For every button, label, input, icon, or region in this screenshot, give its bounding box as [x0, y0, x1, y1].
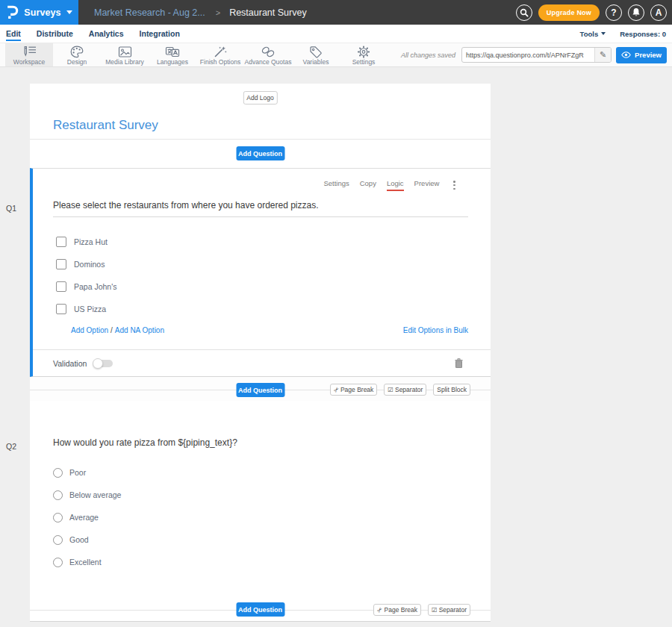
toolbar-design-button[interactable]: Design	[53, 43, 101, 66]
q1-option-1-checkbox[interactable]	[56, 237, 66, 247]
q2-option-row: Below average	[53, 484, 468, 506]
survey-title[interactable]: Restaurant Survey	[53, 118, 158, 133]
q1-validation-row: Validation	[33, 349, 491, 376]
add-question-button-top[interactable]: Add Question	[236, 146, 284, 160]
chevron-down-icon	[601, 32, 606, 35]
account-avatar[interactable]: A	[650, 4, 667, 21]
q2-option-5-radio[interactable]	[53, 558, 63, 567]
q2-option-3-radio[interactable]	[53, 513, 63, 522]
validation-toggle[interactable]	[93, 360, 113, 367]
toolbar-workspace-button[interactable]: Workspace	[5, 43, 53, 66]
q1-action-logic[interactable]: Logic	[387, 179, 404, 191]
upgrade-now-button[interactable]: Upgrade Now	[538, 4, 600, 21]
separator-button[interactable]: ☑Separator	[428, 604, 470, 616]
q1-option-1-label[interactable]: Pizza Hut	[74, 237, 108, 246]
toolbar-right: All changes saved ✎ Preview	[401, 43, 672, 66]
chevron-down-icon	[66, 10, 72, 14]
add-question-strip-bottom: Add Question ✂Page Break ☑Separator	[30, 597, 491, 621]
toolbar-media-library-button[interactable]: Media Library	[101, 43, 149, 66]
separator-label: Separator	[395, 386, 423, 393]
add-logo-button[interactable]: Add Logo	[243, 91, 277, 104]
validation-label: Validation	[53, 359, 87, 368]
question-block-q2[interactable]: How would you rate pizza from ${piping_t…	[30, 401, 491, 622]
delete-question-button[interactable]	[455, 358, 463, 368]
page-break-label: Page Break	[340, 386, 373, 393]
topbar-actions: Upgrade Now ? A	[516, 4, 672, 21]
q1-option-4-checkbox[interactable]	[56, 304, 66, 314]
editor-toolbar: Workspace Design Media Library Languages	[0, 43, 672, 67]
q2-option-5-label[interactable]: Excellent	[69, 558, 102, 567]
q1-option-row: Dominos	[53, 253, 468, 275]
q2-option-4-label[interactable]: Good	[69, 535, 89, 544]
preview-button[interactable]: Preview	[616, 47, 667, 63]
q2-option-3-label[interactable]: Average	[69, 513, 99, 522]
avatar-initial: A	[656, 7, 662, 18]
q1-option-3-checkbox[interactable]	[56, 281, 66, 292]
separator-button[interactable]: ☑Separator	[384, 384, 426, 396]
survey-editor-canvas: Q1 Q2 Add Logo Restaurant Survey Add Que…	[0, 67, 672, 627]
page-break-button[interactable]: ✂Page Break	[330, 384, 378, 396]
q2-question-text[interactable]: How would you rate pizza from ${piping_t…	[53, 437, 468, 448]
q1-option-4-label[interactable]: US Pizza	[74, 305, 106, 314]
split-block-button[interactable]: Split Block	[433, 384, 470, 396]
q1-action-preview[interactable]: Preview	[414, 179, 440, 191]
q2-option-1-radio[interactable]	[53, 468, 63, 478]
toolbar-finish-options-button[interactable]: Finish Options	[196, 43, 244, 66]
toolbar-languages-button[interactable]: Languages	[149, 43, 196, 66]
search-button[interactable]	[516, 4, 532, 21]
add-option-link[interactable]: Add Option	[71, 326, 108, 334]
notifications-button[interactable]	[628, 4, 644, 21]
q1-action-copy[interactable]: Copy	[360, 179, 376, 191]
toolbar-variables-button[interactable]: Variables	[292, 43, 340, 66]
tab-analytics[interactable]: Analytics	[89, 26, 124, 41]
q1-question-text[interactable]: Please select the restaurants from where…	[53, 200, 468, 217]
add-question-button-mid[interactable]: Add Question	[236, 383, 284, 397]
autosave-status: All changes saved	[401, 52, 455, 59]
q1-action-settings[interactable]: Settings	[323, 179, 349, 191]
settings-icon	[357, 46, 370, 58]
q1-option-2-checkbox[interactable]	[56, 259, 66, 269]
breadcrumb-separator: >	[216, 8, 220, 17]
q2-option-4-radio[interactable]	[53, 535, 63, 545]
tab-edit[interactable]: Edit	[6, 26, 21, 41]
preview-label: Preview	[635, 51, 662, 59]
toolbar-settings-button[interactable]: Settings	[340, 43, 388, 66]
edit-options-in-bulk-link[interactable]: Edit Options in Bulk	[403, 326, 468, 334]
page-break-button[interactable]: ✂Page Break	[373, 604, 421, 616]
q2-option-2-radio[interactable]	[53, 490, 63, 500]
menu-right: Tools Responses: 0	[580, 30, 672, 38]
tab-integration[interactable]: Integration	[140, 26, 180, 41]
questionpro-logo-icon	[6, 5, 19, 20]
help-button[interactable]: ?	[606, 4, 622, 21]
add-na-option-link[interactable]: Add NA Option	[115, 326, 164, 334]
add-question-button-bottom[interactable]: Add Question	[236, 602, 284, 617]
q1-option-3-label[interactable]: Papa John's	[74, 282, 116, 291]
q2-option-1-label[interactable]: Poor	[69, 468, 86, 477]
q2-option-row: Excellent	[53, 551, 468, 573]
separator-icon: ☑	[388, 386, 393, 393]
tab-distribute[interactable]: Distribute	[37, 26, 73, 41]
toolbar-settings-label: Settings	[352, 59, 376, 66]
toolbar-design-label: Design	[67, 59, 87, 66]
responses-count[interactable]: Responses: 0	[620, 30, 666, 38]
toolbar-advance-quotas-button[interactable]: Advance Quotas	[244, 43, 292, 66]
tools-menu[interactable]: Tools	[580, 30, 606, 38]
split-block-label: Split Block	[437, 386, 467, 393]
search-icon	[520, 8, 529, 17]
surveys-product-menu[interactable]: Surveys	[0, 0, 78, 25]
breadcrumb-folder-link[interactable]: Market Research - Aug 2...	[94, 7, 205, 18]
page-break-icon: ✂	[376, 605, 385, 614]
bell-icon	[632, 7, 641, 17]
q1-option-2-label[interactable]: Dominos	[74, 260, 105, 269]
question-number-q1: Q1	[6, 204, 16, 213]
edit-url-button[interactable]: ✎	[594, 48, 611, 62]
tools-label: Tools	[580, 30, 599, 38]
question-block-q1[interactable]: Settings Copy Logic Preview Please selec…	[30, 168, 491, 377]
add-question-strip-mid: Add Question ✂Page Break ☑Separator Spli…	[30, 377, 491, 401]
survey-card: Add Logo Restaurant Survey Add Question …	[30, 84, 491, 622]
q2-option-2-label[interactable]: Below average	[69, 490, 121, 499]
survey-url-input[interactable]	[462, 52, 594, 59]
design-icon	[70, 46, 84, 58]
kebab-menu-icon[interactable]	[451, 179, 458, 191]
q1-option-row: Papa John's	[53, 275, 468, 298]
